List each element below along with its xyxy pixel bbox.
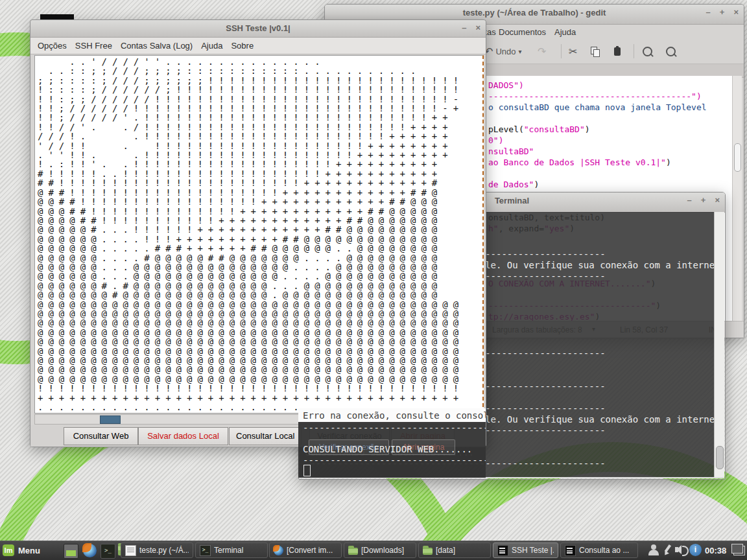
- taskbar-window-button[interactable]: >_Terminal: [195, 542, 268, 558]
- folder-icon: [423, 548, 433, 555]
- firefox-icon[interactable]: [83, 544, 97, 557]
- user-icon[interactable]: [648, 544, 659, 555]
- workspaces-icon[interactable]: [733, 546, 745, 555]
- replace-button[interactable]: [666, 43, 676, 60]
- chevron-down-icon[interactable]: ▾: [518, 48, 521, 55]
- ssh-menu-item[interactable]: Sobre: [231, 41, 254, 51]
- taskbar-window-button[interactable]: teste.py (~/Á...: [121, 542, 193, 558]
- terminal-cursor: [303, 465, 311, 476]
- gedit-scrollbar-thumb[interactable]: [734, 143, 741, 172]
- terminal-dash-line: ----------------------------------------…: [303, 455, 486, 465]
- pen-icon[interactable]: [663, 544, 673, 555]
- redo-button[interactable]: ↷: [538, 43, 546, 60]
- ssh-menu-item[interactable]: SSH Free: [75, 41, 112, 51]
- ssh-menu-item[interactable]: Ajuda: [201, 41, 222, 51]
- ssh-menubar: OpçõesSSH FreeContas Salva (Log)AjudaSob…: [30, 38, 486, 54]
- ssh-ascii-canvas[interactable]: ..'////''............... ..::;;///;;;;::…: [34, 55, 484, 414]
- button-label: Salvar dados Local: [139, 428, 228, 441]
- gedit-title: teste.py (~/Área de Trabalho) - gedit: [325, 8, 744, 18]
- code-line: pLevel("consultaBD"): [488, 124, 707, 135]
- update-shield-icon[interactable]: i: [689, 544, 702, 556]
- maximize-icon[interactable]: +: [720, 7, 725, 17]
- ssh-titlebar[interactable]: SSH Teste |v0.1| – ×: [30, 20, 486, 38]
- taskbar: lm Menu >_ teste.py (~/Á...>_Terminal[Co…: [0, 541, 747, 560]
- minimize-icon[interactable]: –: [706, 7, 711, 17]
- terminal-scrollbar-thumb[interactable]: [716, 446, 724, 469]
- salvar-dados-local-button[interactable]: Salvar dados Local: [138, 427, 228, 445]
- menu-label: Menu: [18, 546, 40, 555]
- window-button-label: SSH Teste |...: [512, 546, 554, 555]
- gedit-vertical-scrollbar[interactable]: [732, 76, 742, 325]
- replace-icon: [666, 47, 676, 56]
- menu-documentos[interactable]: Documentos: [499, 27, 546, 37]
- terminal-icon[interactable]: >_: [101, 544, 115, 559]
- window-button-label: Terminal: [214, 546, 243, 555]
- ssh-menu-item[interactable]: Opções: [38, 41, 67, 51]
- show-desktop-icon[interactable]: [64, 544, 78, 559]
- folder-icon: [348, 548, 358, 555]
- ssh-scrollbar-thumb[interactable]: [100, 415, 121, 424]
- paste-icon: [614, 47, 622, 56]
- code-line: ----------------------------------------…: [488, 91, 707, 102]
- code-line: 0"): [488, 135, 707, 146]
- button-label: Consultar Local: [230, 428, 301, 441]
- toolbar-separator: [561, 44, 562, 58]
- window-button-label: Consulta ao ...: [579, 546, 629, 555]
- taskbar-window-button[interactable]: [Downloads]: [344, 542, 416, 558]
- terminal-error-line: Erro na conexão, consulte o console. Ou …: [303, 410, 486, 421]
- firefox-icon: [274, 546, 283, 555]
- menu-ajuda[interactable]: Ajuda: [554, 27, 576, 37]
- desktop: teste.py (~/Área de Trabalho) - gedit – …: [0, 0, 747, 560]
- mint-logo-icon: lm: [3, 544, 14, 556]
- find-button[interactable]: [643, 43, 652, 60]
- window-button-label: [data]: [436, 546, 455, 555]
- terminal-consultando-line: CONSULTANDO SERVIDOR WEB.......: [303, 444, 472, 454]
- close-icon[interactable]: ×: [715, 195, 720, 205]
- app-icon: [497, 545, 508, 556]
- terminal-scrollbar[interactable]: [714, 212, 724, 477]
- terminal-transparency-overlay: Verificar conexão Abrir pagina Erro na c…: [298, 408, 486, 478]
- clock[interactable]: 00:38: [705, 546, 726, 555]
- code-line: o consultaBD que chama nova janela Tople…: [488, 102, 707, 113]
- terminal-dash-line: ----------------------------------------…: [303, 423, 486, 433]
- window-button-label: [Convert im...: [287, 546, 333, 555]
- cut-icon: ✂: [569, 45, 577, 58]
- toolbar-separator: [634, 44, 634, 58]
- code-line: [488, 168, 707, 179]
- code-line: DADOS"): [488, 80, 707, 91]
- code-line: [488, 113, 707, 124]
- cut-button[interactable]: ✂: [569, 43, 577, 60]
- gedit-icon: [125, 545, 136, 556]
- button-label: Consultar Web: [64, 428, 137, 441]
- terminal-icon: >_: [200, 545, 211, 556]
- copy-button[interactable]: [591, 43, 599, 60]
- undo-button[interactable]: ↶ Undo ▾: [484, 43, 522, 60]
- window-button-label: teste.py (~/Á...: [139, 546, 189, 555]
- close-icon[interactable]: ×: [733, 7, 739, 17]
- maximize-icon[interactable]: +: [701, 195, 706, 205]
- minimize-icon[interactable]: –: [462, 23, 466, 32]
- undo-label: Undo: [495, 47, 516, 56]
- volume-icon[interactable]: [675, 544, 688, 555]
- copy-icon: [591, 47, 599, 56]
- taskbar-window-button[interactable]: Consulta ao ...: [560, 542, 638, 558]
- redo-icon: ↷: [538, 45, 546, 58]
- ssh-title: SSH Teste |v0.1|: [30, 23, 486, 33]
- app-icon: [565, 545, 576, 556]
- window-button-label: [Downloads]: [361, 546, 404, 555]
- minimize-icon[interactable]: –: [687, 195, 692, 205]
- consultar-local-button[interactable]: Consultar Local: [229, 427, 302, 445]
- paste-button[interactable]: [614, 43, 622, 60]
- ssh-teste-window[interactable]: SSH Teste |v0.1| – × OpçõesSSH FreeConta…: [30, 19, 486, 447]
- taskbar-window-button[interactable]: [data]: [418, 542, 491, 558]
- mint-menu-button[interactable]: lm Menu: [3, 542, 51, 558]
- code-line: nsultaBD": [488, 146, 707, 157]
- close-icon[interactable]: ×: [475, 23, 480, 32]
- ssh-menu-item[interactable]: Contas Salva (Log): [121, 41, 193, 51]
- code-line: de Dados"): [488, 179, 707, 190]
- taskbar-window-button[interactable]: [Convert im...: [269, 542, 342, 558]
- taskbar-window-button[interactable]: SSH Teste |...: [493, 542, 558, 558]
- ascii-art: ..'////''............... ..::;;///;;;;::…: [35, 56, 482, 412]
- code-line: ao Banco de Dados |SSH Teste v0.1|"): [488, 157, 707, 168]
- consultar-web-button[interactable]: Consultar Web: [64, 427, 138, 445]
